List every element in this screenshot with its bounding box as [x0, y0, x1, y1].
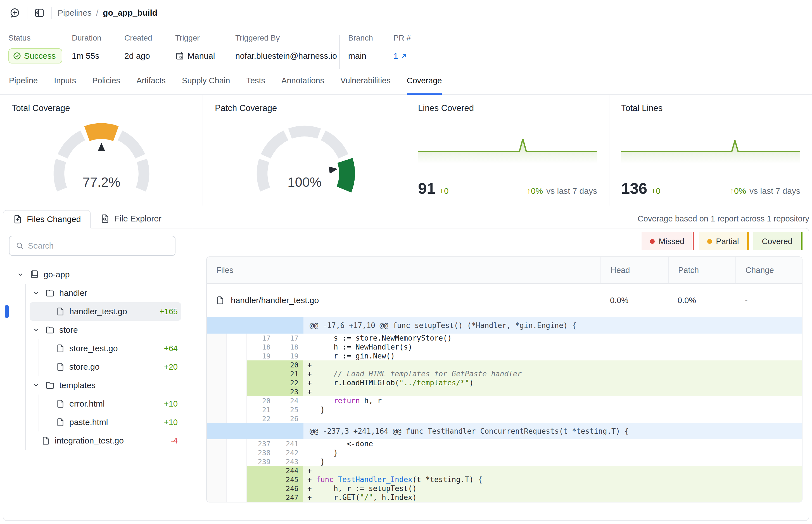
code-cell: }: [303, 405, 802, 414]
patch-coverage-gauge: 100%: [244, 115, 365, 198]
col-change: Change: [735, 257, 802, 283]
coverage-table-header: Files Head Patch Change: [207, 257, 802, 284]
table-row-file[interactable]: handler/handler_test.go 0.0% 0.0% -: [207, 284, 802, 317]
coverage-gutter: [227, 439, 247, 448]
tab-policies[interactable]: Policies: [92, 76, 120, 94]
code-cell: + // Load HTML templates for GetPaste ha…: [303, 370, 802, 378]
legend-missed: Missed: [642, 232, 694, 250]
code-cell: + r.GET("/", h.Index): [303, 493, 802, 502]
coverage-gutter: [207, 414, 227, 423]
coverage-report-note: Coverage based on 1 report across 1 repo…: [638, 214, 809, 228]
tree-item-store-test-go[interactable]: store_test.go+64: [9, 339, 181, 358]
file-diff-icon: [13, 214, 22, 224]
pr-link[interactable]: 1: [393, 51, 408, 61]
breadcrumb-pipelines[interactable]: Pipelines: [57, 8, 92, 18]
diff-line-context: 2226: [207, 414, 802, 423]
line-numbers: 244: [247, 466, 303, 475]
total-lines-card: Total Lines 136 +0 ↑0% vs last 7 days: [609, 95, 812, 206]
line-num-new: 26: [273, 415, 299, 423]
chevron-down-icon[interactable]: [17, 271, 24, 278]
hunk-header-text: @@ -237,3 +241,164 @@ func TestHandler_C…: [303, 423, 802, 439]
line-numbers: 1818: [247, 343, 303, 351]
col-patch: Patch: [668, 257, 735, 283]
lines-covered-trend: ↑0%: [527, 186, 543, 196]
tree-item-store[interactable]: store: [9, 321, 181, 339]
code-cell: s := store.NewMemoryStore(): [303, 333, 802, 343]
line-numbers: 1919: [247, 351, 303, 360]
diff-stat-badge: -4: [170, 436, 181, 445]
tab-tests[interactable]: Tests: [246, 76, 265, 94]
field-status: Status Success: [9, 34, 72, 63]
chevron-down-icon[interactable]: [32, 382, 40, 389]
patch-coverage-value: 100%: [288, 175, 322, 190]
tab-annotations[interactable]: Annotations: [282, 76, 324, 94]
coverage-gutter: [207, 343, 227, 351]
tree-item-label: store: [59, 325, 78, 335]
line-num-old: 19: [247, 352, 270, 360]
line-numbers: 20: [247, 360, 303, 370]
tab-file-explorer[interactable]: File Explorer: [91, 210, 171, 228]
coverage-gutter: [227, 414, 247, 423]
col-head: Head: [600, 257, 668, 283]
gauge-pointer-icon: [98, 143, 105, 151]
coverage-gutter: [227, 466, 247, 475]
feedback-bubble-icon[interactable]: [9, 6, 21, 19]
gauge-pointer-icon: [328, 166, 338, 174]
tab-files-changed[interactable]: Files Changed: [3, 210, 91, 228]
tab-artifacts[interactable]: Artifacts: [136, 76, 166, 94]
hunk-header-text: @@ -17,6 +17,10 @@ func setupTest() (*Ha…: [303, 317, 802, 333]
gauge-segment-active: [87, 131, 116, 134]
tab-inputs[interactable]: Inputs: [54, 76, 76, 94]
change-value: -: [735, 296, 802, 305]
tree-item-templates[interactable]: templates: [9, 376, 181, 395]
code-cell: }: [303, 457, 802, 466]
coverage-gutter: [207, 439, 227, 448]
coverage-gutter: [207, 466, 227, 475]
tree-item-store-go[interactable]: store.go+20: [9, 358, 181, 376]
triggered-by-value: nofar.bluestein@harness.io: [235, 49, 339, 63]
diff-line-context: 2024 return h, r: [207, 396, 802, 405]
tab-vulnerabilities[interactable]: Vulnerabilities: [340, 76, 390, 94]
breadcrumb-separator: /: [96, 8, 98, 18]
gauge-segment: [262, 161, 265, 190]
check-circle-icon: [13, 52, 21, 60]
diff-stat-badge: +10: [164, 418, 181, 427]
metrics-row: Total Coverage 77.2% Patch Coverage: [0, 95, 812, 206]
triggered-by-label: Triggered By: [235, 34, 339, 43]
search-input[interactable]: [28, 241, 175, 250]
duration-label: Duration: [72, 34, 124, 43]
patch-coverage-title: Patch Coverage: [215, 103, 394, 113]
total-coverage-gauge: 77.2%: [41, 115, 162, 198]
tab-coverage[interactable]: Coverage: [407, 76, 442, 95]
tree-item-handler[interactable]: handler: [9, 284, 181, 302]
created-label: Created: [124, 34, 175, 43]
tab-supply-chain[interactable]: Supply Chain: [182, 76, 230, 94]
breadcrumb: Pipelines / go_app_build: [57, 8, 157, 18]
coverage-gutter: [227, 405, 247, 414]
file-tree-sidebar: go-apphandlerhandler_test.go+165storesto…: [3, 228, 193, 520]
col-files: Files: [207, 257, 600, 283]
line-num-new: 22: [273, 379, 299, 387]
collapse-sidebar-icon[interactable]: [33, 6, 46, 19]
tab-pipeline[interactable]: Pipeline: [9, 76, 38, 94]
file-tree: go-apphandlerhandler_test.go+165storesto…: [9, 265, 181, 450]
tree-item-error-html[interactable]: error.html+10: [9, 395, 181, 413]
head-coverage-value: 0.0%: [600, 296, 668, 305]
tree-item-integration-test-go[interactable]: integration_test.go-4: [9, 431, 181, 450]
coverage-table: Files Head Patch Change handler/handler_…: [206, 257, 802, 503]
tree-item-paste-html[interactable]: paste.html+10: [9, 413, 181, 431]
branch-value: main: [348, 49, 393, 63]
coverage-gutter: [227, 343, 247, 351]
legend-partial: Partial: [699, 232, 749, 250]
line-num-new: 18: [273, 343, 299, 351]
chevron-down-icon[interactable]: [32, 326, 40, 333]
tree-item-label: handler: [59, 288, 87, 298]
tree-item-go-app[interactable]: go-app: [9, 265, 181, 284]
code-cell: + func TestHandler_Index(t *testing.T) {: [303, 475, 802, 484]
chevron-down-icon[interactable]: [32, 290, 40, 297]
tree-item-handler-test-go[interactable]: handler_test.go+165: [30, 302, 181, 321]
field-created: Created 2d ago: [124, 34, 175, 63]
coverage-gutter: [207, 370, 227, 378]
coverage-gutter: [227, 351, 247, 360]
field-duration: Duration 1m 55s: [72, 34, 124, 63]
